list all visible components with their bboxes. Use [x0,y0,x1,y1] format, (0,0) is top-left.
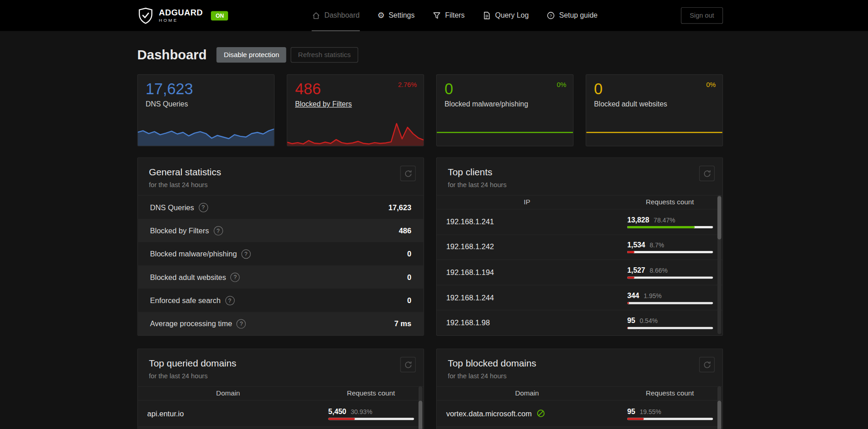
panel-title: Top clients [448,167,711,178]
stat-label: Blocked by Filters [295,100,424,108]
adguard-home-logo[interactable]: ADGUARD HOME ON [137,6,228,24]
refresh-icon [703,169,711,178]
refresh-icon [404,361,412,369]
table-header: IP Requests count [437,195,722,210]
scrollbar[interactable] [419,386,423,429]
request-percent: 8.66% [649,267,668,274]
adguard-home-app: ADGUARD HOME ON Dashboard ⚙ Settings [0,0,868,429]
help-icon[interactable]: ? [230,272,240,282]
stat-row-label: Blocked malware/phishing [150,250,237,258]
client-ip: 192.168.1.242 [446,243,494,251]
top-navbar: ADGUARD HOME ON Dashboard ⚙ Settings [0,0,868,31]
panel-subtitle: for the last 24 hours [448,372,711,380]
nav-label: Filters [445,11,464,19]
disable-protection-button[interactable]: Disable protection [217,47,286,63]
panel-title: Top blocked domains [448,358,711,369]
request-percent: 0.54% [639,318,658,324]
scrollbar[interactable] [717,195,721,334]
client-row: 192.168.1.194 1,527 8.66% [437,260,722,285]
nav-label: Dashboard [324,11,360,19]
progress-bar [627,276,713,279]
stat-row: Blocked malware/phishing ? 0 [138,242,424,265]
panel-title: General statistics [149,167,412,178]
refresh-card-button[interactable] [400,357,415,372]
nav-item-query-log[interactable]: Query Log [482,0,529,31]
help-icon[interactable]: ? [237,319,246,328]
dns-queries-sparkline [137,121,274,146]
nav-label: Setup guide [559,11,598,19]
domain-row: api.entur.io 5,450 30.93% [138,400,424,426]
domain-name: api.entur.io [147,409,184,417]
scrollbar-thumb[interactable] [717,400,721,429]
stat-value: 0 [594,80,723,98]
progress-bar [328,418,414,420]
request-count: 5,450 [328,407,346,415]
request-percent: 78.47% [653,217,675,223]
blocked-filters-sparkline [287,119,424,146]
domain-row: vortex.data.microsoft.com 95 19.55% [437,400,722,426]
adult-flatline-chart [586,132,722,133]
main-nav: Dashboard ⚙ Settings Filters [312,0,598,31]
scrollbar-thumb[interactable] [419,400,423,429]
column-header-requests: Requests count [617,198,722,206]
progress-bar [627,327,713,329]
client-ip: 192.168.1.194 [446,268,494,276]
progress-fill [627,251,634,254]
column-header-requests: Requests count [318,390,423,397]
stat-row-value: 0 [407,273,411,281]
stat-row: DNS Queries ? 17,623 [138,196,424,219]
stat-row-value: 0 [407,296,411,304]
refresh-statistics-button[interactable]: Refresh statistics [291,47,358,63]
stat-row: Average processing time ? 7 ms [138,312,424,335]
progress-fill [328,418,355,420]
table-header: Domain Requests count [437,386,722,401]
help-icon[interactable]: ? [225,296,234,305]
client-row: 192.168.1.242 1,534 8.7% [437,234,722,260]
nav-item-settings[interactable]: ⚙ Settings [377,0,415,31]
brand-name: ADGUARD [159,8,203,16]
scrollbar-thumb[interactable] [717,196,721,239]
client-ip: 192.168.1.244 [446,294,494,302]
refresh-card-button[interactable] [400,166,415,181]
request-percent: 19.55% [639,408,661,415]
nav-item-setup-guide[interactable]: ? Setup guide [546,0,597,31]
stat-value: 17,623 [146,80,274,98]
stat-card-blocked-by-filters: 2.76% 486 Blocked by Filters [287,74,424,146]
help-icon[interactable]: ? [241,249,251,259]
top-queried-domains-panel: Top queried domains for the last 24 hour… [137,348,424,429]
client-ip: 192.168.1.241 [446,217,494,226]
stat-row: Blocked adult websites ? 0 [138,265,424,289]
progress-bar [627,302,713,304]
malware-flatline-chart [437,132,573,133]
unblock-domain-icon[interactable] [536,409,545,418]
stat-value: 0 [444,80,573,98]
progress-fill [627,276,634,279]
column-header-domain: Domain [138,390,319,397]
nav-label: Query Log [495,11,529,19]
gear-icon: ⚙ [377,11,385,19]
domain-row-cut [138,426,424,429]
stat-card-blocked-adult: 0% 0 Blocked adult websites [586,74,723,146]
request-count: 95 [627,317,635,325]
blocked-by-filters-link[interactable]: Blocked by Filters [295,100,352,108]
stat-percent: 0% [706,81,715,89]
help-icon[interactable]: ? [214,226,223,235]
refresh-card-button[interactable] [699,357,715,372]
progress-fill [627,327,628,329]
nav-item-dashboard[interactable]: Dashboard [312,0,360,31]
panel-subtitle: for the last 24 hours [149,372,412,380]
stat-row-label: Blocked adult websites [150,273,226,281]
stat-row-value: 7 ms [394,319,411,328]
request-count: 13,828 [627,216,649,224]
domain-name: vortex.data.microsoft.com [446,409,545,418]
refresh-card-button[interactable] [699,166,715,181]
request-count: 1,534 [627,241,645,249]
stat-row-label: DNS Queries [150,203,194,211]
scrollbar[interactable] [717,386,721,429]
nav-item-filters[interactable]: Filters [432,0,464,31]
help-icon[interactable]: ? [199,202,208,212]
stat-row-value: 17,623 [388,203,411,211]
client-row: 192.168.1.98 95 0.54% [437,310,722,335]
sign-out-button[interactable]: Sign out [681,7,723,24]
page-title: Dashboard [137,47,206,63]
